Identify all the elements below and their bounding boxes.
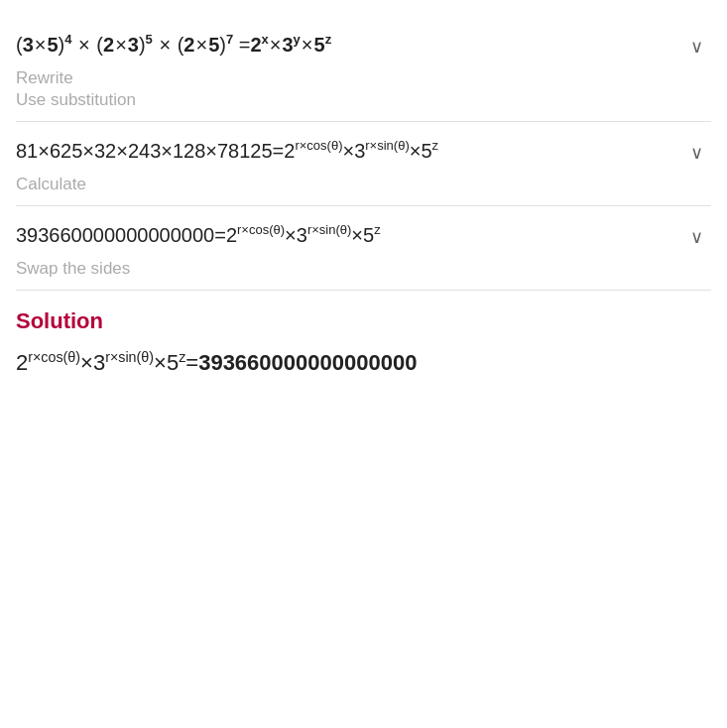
step-3: 393660000000000000=2r×cos(θ)×3r×sin(θ)×5… [16,206,711,291]
step-2: 81×625×32×243×128×78125=2r×cos(θ)×3r×sin… [16,122,711,206]
expr-part1: (3×5)4 [16,34,72,56]
step-3-chevron[interactable]: ∨ [682,222,711,252]
step-2-math-row: 81×625×32×243×128×78125=2r×cos(θ)×3r×sin… [16,136,711,168]
solution-block: Solution 2r×cos(θ)×3r×sin(θ)×5z=39366000… [16,291,711,376]
step-2-chevron[interactable]: ∨ [682,138,711,168]
solution-expression: 2r×cos(θ)×3r×sin(θ)×5z=39366000000000000… [16,350,711,376]
step-3-math-row: 393660000000000000=2r×cos(θ)×3r×sin(θ)×5… [16,220,711,252]
solution-title: Solution [16,308,711,334]
step-1: (3×5)4 × (2×3)5 × (2×5)7 =2x×3y×5z ∨ Rew… [16,16,711,122]
step-3-expression: 393660000000000000=2r×cos(θ)×3r×sin(θ)×5… [16,220,682,250]
step-1-chevron[interactable]: ∨ [682,32,711,61]
step-1-expression: (3×5)4 × (2×3)5 × (2×5)7 =2x×3y×5z [16,30,682,60]
step-2-label: Calculate [16,174,711,195]
expr-part2: (2×3)5 [96,34,153,56]
step-3-label: Swap the sides [16,258,711,280]
expr-part3: (2×5)7 [178,34,234,56]
step-1-math-row: (3×5)4 × (2×3)5 × (2×5)7 =2x×3y×5z ∨ [16,30,711,61]
step-1-label: RewriteUse substitution [16,67,711,111]
step-2-expression: 81×625×32×243×128×78125=2r×cos(θ)×3r×sin… [16,136,682,166]
